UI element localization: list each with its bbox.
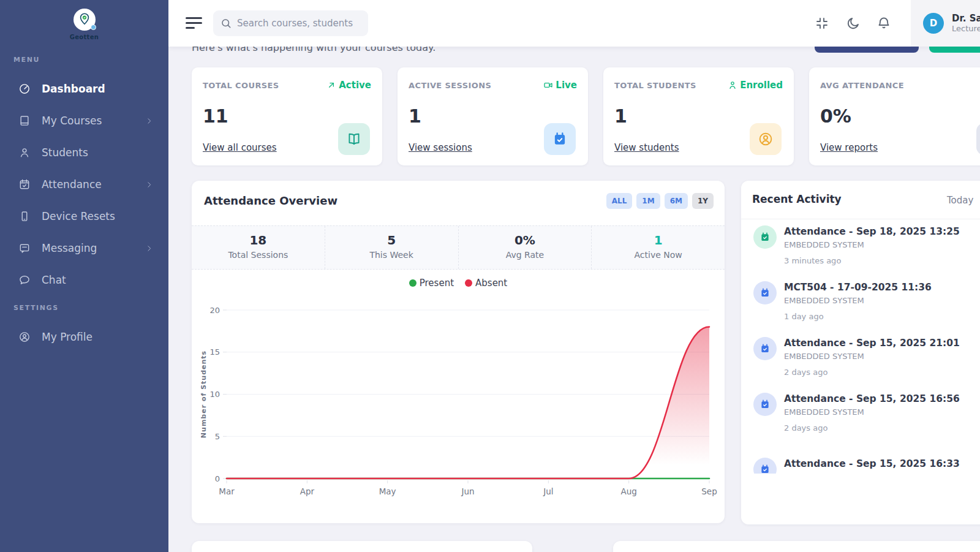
stat-card-value: 1 <box>614 105 627 127</box>
sidebar-item-my-courses[interactable]: My Courses <box>0 105 168 137</box>
sidebar-item-students[interactable]: Students <box>0 137 168 168</box>
activity-item-time: 2 days ago <box>784 423 827 433</box>
attendance-stats-strip: 18Total Sessions5This Week0%Avg Rate1Act… <box>192 225 725 270</box>
brand-dot <box>91 25 96 30</box>
stat-card-link[interactable]: View sessions <box>409 142 472 153</box>
recent-activity-card: Recent Activity Today Attendance - Sep 1… <box>741 181 980 524</box>
sidebar-item-label: Messaging <box>42 242 97 254</box>
stat-card-active-sessions: ACTIVE SESSIONSLive1View sessions <box>398 67 588 165</box>
book-icon <box>18 115 31 127</box>
person-icon <box>728 80 737 90</box>
svg-text:Number of Students: Number of Students <box>201 350 208 438</box>
attendance-chart-svg: 05101520MarAprMayJunJulAugSepNumber of S… <box>201 301 722 503</box>
activity-item-title: Attendance - Sep 15, 2025 16:56 <box>784 393 960 404</box>
sidebar: Geotten MENU DashboardMy CoursesStudents… <box>0 0 168 552</box>
sidebar-item-attendance[interactable]: Attendance <box>0 168 168 200</box>
stat-card-label: ACTIVE SESSIONS <box>409 81 491 90</box>
sidebar-item-messaging[interactable]: Messaging <box>0 232 168 264</box>
activity-item[interactable]: Attendance - Sep 15, 2025 16:33EMBEDDED … <box>741 456 980 474</box>
activity-item[interactable]: Attendance - Sep 15, 2025 21:01EMBEDDED … <box>741 336 980 391</box>
sidebar-toggle-icon[interactable] <box>186 17 203 29</box>
legend-label: Absent <box>475 278 507 289</box>
stat-card-badge: Live <box>543 80 577 91</box>
dark-mode-moon-icon[interactable] <box>846 16 861 31</box>
device-icon <box>18 210 31 222</box>
activity-item-title: Attendance - Sep 15, 2025 16:33 <box>784 458 960 469</box>
recent-activity-title: Recent Activity <box>752 193 842 205</box>
video-icon <box>543 80 553 90</box>
sidebar-item-device-resets[interactable]: Device Resets <box>0 200 168 232</box>
activity-item-iconbox <box>753 393 777 416</box>
activity-item-title: Attendance - Sep 15, 2025 21:01 <box>784 338 960 349</box>
chart-stat-avg-rate: 0%Avg Rate <box>459 226 592 269</box>
time-filter-6m[interactable]: 6M <box>665 193 688 209</box>
stat-card-badge: Enrolled <box>728 80 783 91</box>
activity-item[interactable]: Attendance - Sep 18, 2025 13:25EMBEDDED … <box>741 224 980 280</box>
activity-item-subtitle: EMBEDDED SYSTEM <box>784 352 864 361</box>
search-input[interactable] <box>237 18 360 29</box>
sidebar-item-my-profile[interactable]: My Profile <box>0 321 168 353</box>
user-icon <box>18 146 31 159</box>
chart-stat-total-sessions: 18Total Sessions <box>192 226 325 269</box>
message-icon <box>18 242 31 254</box>
activity-item-subtitle: EMBEDDED SYSTEM <box>784 407 864 417</box>
bottom-right-card <box>613 541 980 552</box>
compress-icon[interactable] <box>815 16 829 31</box>
activity-item-subtitle: EMBEDDED SYSTEM <box>784 472 864 474</box>
time-filter-1y[interactable]: 1Y <box>692 193 714 209</box>
sidebar-item-label: Dashboard <box>42 83 105 95</box>
time-filter-1m[interactable]: 1M <box>636 193 660 209</box>
stat-card-avg-attendance: AVG ATTENDANCE0%View reports <box>809 67 980 165</box>
svg-text:Apr: Apr <box>300 486 315 496</box>
stat-card-iconbox <box>544 123 576 155</box>
activity-item-subtitle: EMBEDDED SYSTEM <box>784 240 864 249</box>
activity-item-title: Attendance - Sep 18, 2025 13:25 <box>784 226 960 237</box>
sidebar-item-label: My Courses <box>42 115 102 127</box>
stat-card-link[interactable]: View students <box>614 142 679 153</box>
recent-activity-link[interactable]: Today <box>947 195 973 206</box>
chart-stat-active-now: 1Active Now <box>592 226 725 269</box>
notifications-bell-icon[interactable] <box>876 16 891 31</box>
chart-stat-label: Total Sessions <box>192 250 325 260</box>
sidebar-item-dashboard[interactable]: Dashboard <box>0 73 168 105</box>
stat-card-link[interactable]: View all courses <box>203 142 277 153</box>
svg-text:Sep: Sep <box>701 486 717 496</box>
legend-dot <box>409 279 417 287</box>
stat-card-iconbox <box>338 123 370 155</box>
attendance-overview-card: Attendance Overview ALL1M6M1Y 18Total Se… <box>192 181 725 523</box>
activity-item-title: MCT504 - 17-09-2025 11:36 <box>784 282 932 293</box>
sidebar-item-label: Device Resets <box>42 210 115 222</box>
user-circle-icon <box>758 131 774 147</box>
chevron-right-icon <box>145 180 154 189</box>
stat-card-iconbox <box>750 123 782 155</box>
arrow-up-right-icon <box>326 80 336 90</box>
chart-stat-label: Active Now <box>592 250 725 260</box>
activity-item-time: 3 minutes ago <box>784 256 841 265</box>
stat-card-link[interactable]: View reports <box>820 142 878 153</box>
sidebar-item-chat[interactable]: Chat <box>0 264 168 296</box>
legend-dot <box>465 279 472 287</box>
activity-item[interactable]: Attendance - Sep 15, 2025 16:56EMBEDDED … <box>741 391 980 447</box>
search-icon <box>221 18 232 29</box>
chevron-right-icon <box>145 244 154 253</box>
sidebar-item-label: Students <box>42 146 88 159</box>
time-filter-all[interactable]: ALL <box>606 193 633 209</box>
search-bar <box>213 10 368 36</box>
stat-card-badge: Active <box>326 80 371 91</box>
chart-stat-value: 1 <box>592 233 725 248</box>
user-name: Dr. Sar <box>952 13 980 25</box>
legend-item-absent: Absent <box>465 278 507 289</box>
svg-text:Jun: Jun <box>461 486 474 496</box>
svg-text:0: 0 <box>215 474 220 483</box>
chart-stat-label: This Week <box>325 250 458 260</box>
attendance-chart: 05101520MarAprMayJunJulAugSepNumber of S… <box>201 301 722 503</box>
brand-name: Geotten <box>0 34 168 40</box>
activity-item-subtitle: EMBEDDED SYSTEM <box>784 296 864 305</box>
activity-item-iconbox <box>753 281 777 304</box>
svg-text:5: 5 <box>215 432 220 441</box>
user-menu[interactable]: D Dr. Sar Lecture <box>911 0 980 47</box>
activity-item[interactable]: MCT504 - 17-09-2025 11:36EMBEDDED SYSTEM… <box>741 280 980 336</box>
activity-item-iconbox <box>753 458 777 474</box>
activity-item-time: 1 day ago <box>784 312 824 321</box>
calendar-check-icon <box>18 178 31 191</box>
